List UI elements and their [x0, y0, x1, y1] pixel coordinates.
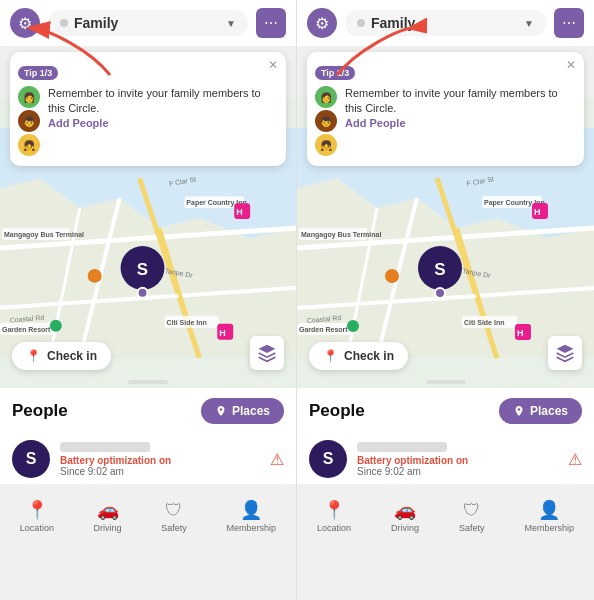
avatar-brown: 👦: [315, 110, 337, 132]
scroll-indicator: [426, 380, 466, 384]
chevron-down-icon: ▼: [226, 18, 236, 29]
nav-membership[interactable]: 👤 Membership: [227, 499, 277, 533]
people-header: People Places: [309, 398, 582, 424]
tip-text: Remember to invite your family members t…: [345, 86, 574, 117]
avatar-yellow: 👧: [315, 134, 337, 156]
person-name-blurred: [60, 442, 150, 452]
nav-location-label: Location: [317, 523, 351, 533]
family-dot: [357, 19, 365, 27]
svg-text:H: H: [517, 328, 524, 338]
layers-button[interactable]: [548, 336, 582, 370]
svg-text:H: H: [219, 328, 225, 338]
person-avatar: S: [309, 440, 347, 478]
nav-driving[interactable]: 🚗 Driving: [94, 499, 122, 533]
svg-text:Garden Resort: Garden Resort: [2, 326, 51, 333]
tip-close-icon[interactable]: ✕: [268, 58, 278, 72]
chevron-down-icon: ▼: [524, 18, 534, 29]
warning-icon: ⚠: [270, 450, 284, 469]
since-text: Since 9:02 am: [60, 466, 260, 477]
svg-text:Mangagoy Bus Terminal: Mangagoy Bus Terminal: [4, 231, 84, 239]
bottom-panel: People Places S Battery optimization on …: [297, 388, 594, 484]
svg-text:Citi Side Inn: Citi Side Inn: [166, 319, 206, 326]
scroll-indicator: [128, 380, 168, 384]
tip-label: Tip 1/3: [315, 66, 355, 80]
svg-point-47: [385, 269, 399, 283]
phone-panel-left: ⚙ Family ▼ ⋯ Tip 1/3 👩 👦 👧 Remember to i…: [0, 0, 297, 600]
avatar-green: 👩: [18, 86, 40, 108]
person-row: S Battery optimization on Since 9:02 am …: [309, 434, 582, 484]
bottom-nav: 📍 Location 🚗 Driving 🛡 Safety 👤 Membersh…: [0, 490, 296, 539]
svg-text:Mangagoy Bus Terminal: Mangagoy Bus Terminal: [301, 231, 381, 239]
add-people-link[interactable]: Add People: [345, 117, 574, 129]
svg-text:H: H: [236, 207, 242, 217]
family-pill[interactable]: Family ▼: [48, 10, 248, 36]
driving-nav-icon: 🚗: [394, 499, 416, 521]
battery-warning: Battery optimization on: [357, 455, 558, 466]
since-text: Since 9:02 am: [357, 466, 558, 477]
tip-label: Tip 1/3: [18, 66, 58, 80]
people-title: People: [309, 401, 365, 421]
family-dot: [60, 19, 68, 27]
nav-safety[interactable]: 🛡 Safety: [161, 500, 187, 533]
svg-text:S: S: [434, 260, 445, 279]
membership-nav-icon: 👤: [538, 499, 560, 521]
tip-banner: Tip 1/3 👩 👦 👧 Remember to invite your fa…: [307, 52, 584, 166]
nav-driving-label: Driving: [94, 523, 122, 533]
gear-icon[interactable]: ⚙: [307, 8, 337, 38]
layers-button[interactable]: [250, 336, 284, 370]
svg-point-52: [347, 320, 359, 332]
bottom-nav: 📍 Location 🚗 Driving 🛡 Safety 👤 Membersh…: [297, 490, 594, 539]
nav-location[interactable]: 📍 Location: [317, 499, 351, 533]
chat-icon[interactable]: ⋯: [256, 8, 286, 38]
location-nav-icon: 📍: [26, 499, 48, 521]
checkin-label: Check in: [344, 349, 394, 363]
person-row: S Battery optimization on Since 9:02 am …: [12, 434, 284, 484]
nav-safety-label: Safety: [161, 523, 187, 533]
header: ⚙ Family ▼ ⋯: [297, 0, 594, 46]
nav-membership[interactable]: 👤 Membership: [524, 499, 574, 533]
checkin-label: Check in: [47, 349, 97, 363]
person-info: Battery optimization on Since 9:02 am: [60, 442, 260, 477]
bottom-panel: People Places S Battery optimization on …: [0, 388, 296, 484]
person-info: Battery optimization on Since 9:02 am: [357, 442, 558, 477]
nav-driving-label: Driving: [391, 523, 419, 533]
safety-nav-icon: 🛡: [165, 500, 183, 521]
location-nav-icon: 📍: [323, 499, 345, 521]
places-button[interactable]: Places: [499, 398, 582, 424]
checkin-button[interactable]: 📍 Check in: [309, 342, 408, 370]
person-avatar: S: [12, 440, 50, 478]
places-button[interactable]: Places: [201, 398, 284, 424]
avatar-brown: 👦: [18, 110, 40, 132]
tip-text: Remember to invite your family members t…: [48, 86, 276, 117]
nav-safety[interactable]: 🛡 Safety: [459, 500, 485, 533]
membership-nav-icon: 👤: [240, 499, 262, 521]
tip-close-icon[interactable]: ✕: [566, 58, 576, 72]
svg-point-27: [138, 288, 148, 298]
nav-driving[interactable]: 🚗 Driving: [391, 499, 419, 533]
driving-nav-icon: 🚗: [97, 499, 119, 521]
chat-icon[interactable]: ⋯: [554, 8, 584, 38]
people-title: People: [12, 401, 68, 421]
nav-safety-label: Safety: [459, 523, 485, 533]
checkin-button[interactable]: 📍 Check in: [12, 342, 111, 370]
family-label: Family: [74, 15, 118, 31]
checkin-icon: 📍: [26, 349, 41, 363]
safety-nav-icon: 🛡: [463, 500, 481, 521]
avatar-yellow: 👧: [18, 134, 40, 156]
add-people-link[interactable]: Add People: [48, 117, 276, 129]
family-label: Family: [371, 15, 415, 31]
phone-panel-right: ⚙ Family ▼ ⋯ Tip 1/3 👩 👦 👧 Remember to i…: [297, 0, 594, 600]
tip-avatars: 👩 👦 👧: [18, 86, 40, 156]
avatar-green: 👩: [315, 86, 337, 108]
gear-icon[interactable]: ⚙: [10, 8, 40, 38]
nav-location[interactable]: 📍 Location: [20, 499, 54, 533]
checkin-icon: 📍: [323, 349, 338, 363]
person-name-blurred: [357, 442, 447, 452]
svg-point-24: [50, 320, 62, 332]
svg-point-19: [88, 269, 102, 283]
svg-text:Citi Side Inn: Citi Side Inn: [464, 319, 504, 326]
nav-membership-label: Membership: [524, 523, 574, 533]
family-pill[interactable]: Family ▼: [345, 10, 546, 36]
people-header: People Places: [12, 398, 284, 424]
battery-warning: Battery optimization on: [60, 455, 260, 466]
